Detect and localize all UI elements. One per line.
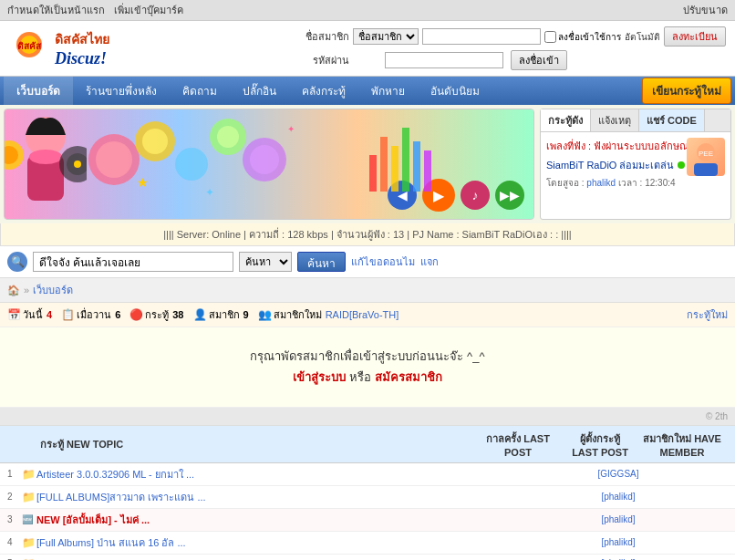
yesterday-label: เมื่อวาน [77, 306, 111, 323]
row-title[interactable]: [Full Albums] ป่าน สแนค 16 อัล ... [36, 534, 491, 551]
breadcrumb-bar: 🏠 » เว็บบอร์ด [0, 278, 735, 303]
new-member-value[interactable]: RAID[BraVo-TH] [326, 309, 399, 320]
stat-today: 📅 วันนี้ 4 [7, 306, 52, 323]
banner-area: ★ ✦ ✦ ◀ ▶ ♪ ▶▶ [4, 109, 534, 220]
logo-area: ดิสคัส ดิสคัสไทย Discuz! [9, 28, 109, 68]
radio-time: 12:30:4 [645, 178, 675, 188]
threads-label: กระทู้ [145, 306, 169, 323]
th-last-post: กาลครั้ง LAST POST [472, 429, 564, 460]
table-row: 1 📁 Artisteer 3.0.0.32906 ML - ยกมาใ ...… [0, 463, 735, 486]
search-icon: 🔍 [7, 252, 27, 272]
register-button[interactable]: ลงทะเบียน [664, 26, 726, 47]
table-header: กระทู้ NEW TOPIC กาลครั้ง LAST POST ผู้ต… [0, 426, 735, 463]
search-button[interactable]: ค้นหา [297, 252, 346, 272]
resize-link[interactable]: ปรับขนาด [683, 2, 728, 18]
reset-search-link[interactable]: แจก [420, 254, 439, 270]
new-member-label: สมาชิกใหม่ [274, 306, 322, 323]
svg-point-19 [250, 145, 279, 174]
login-link[interactable]: เข้าสู่ระบบ [293, 370, 346, 384]
new-topic-button[interactable]: เขียนกระทู้ใหม่ [642, 78, 731, 104]
svg-rect-28 [424, 150, 431, 192]
radio-widget: กระทู้ดัง แจ้งเหตุ แชร์ CODE PEE เพลงที่… [540, 109, 731, 220]
radio-tab-code[interactable]: แชร์ CODE [639, 109, 705, 131]
table-row: 4 📁 [Full Albums] ป่าน สแนค 16 อัล ... [… [0, 532, 735, 555]
folder-icon: 📁 [22, 468, 36, 481]
svg-point-5 [29, 150, 62, 164]
row-title[interactable]: NEW [อัลบั้มเต็ม] - ไมค่ ... [36, 512, 491, 528]
today-value: 4 [47, 309, 52, 320]
advanced-search-link[interactable]: แก้ไขอดอนไม [351, 254, 415, 270]
nav-item-shop[interactable]: ร้านขายพึ่งหลัง [73, 77, 170, 105]
row-title[interactable]: Artisteer 3.0.0.32906 ML - ยกมาใ ... [36, 466, 491, 482]
svg-text:✦: ✦ [205, 186, 214, 199]
svg-point-17 [217, 126, 239, 148]
row-title[interactable]: [FULL ALBUMS]สาวมาด เพราะแดน ... [36, 489, 491, 505]
row-num: 3 [7, 514, 22, 524]
set-homepage-link[interactable]: กำหนดให้เป็นหน้าแรก [7, 2, 105, 18]
radio-widget-tabs: กระทู้ดัง แจ้งเหตุ แชร์ CODE [541, 109, 730, 132]
search-scope-select[interactable]: ค้นหา หัวข้อ เนื้อหา [239, 252, 292, 272]
svg-point-14 [142, 129, 168, 154]
members-label: สมาชิก [209, 306, 240, 323]
stat-yesterday: 📋 เมื่อวาน 6 [61, 306, 120, 323]
th-topic: กระทู้ NEW TOPIC [36, 434, 472, 454]
th-author: ผู้ตั้งกระทู้ LAST POST [564, 429, 637, 460]
stat-new-member: 👥 สมาชิกใหม่ RAID[BraVo-TH] [258, 306, 399, 323]
header: ดิสคัส ดิสคัสไทย Discuz! ชื่อสมาชิก ชื่อ… [0, 21, 735, 77]
today-label: วันนี้ [23, 306, 43, 323]
row-num: 4 [7, 537, 22, 547]
copyright-text: © 2th [706, 411, 728, 421]
members-icon: 👤 [193, 308, 207, 321]
nav-item-plugin[interactable]: ปลั๊กอิน [230, 77, 289, 105]
nav-right: เขียนกระทู้ใหม่ [642, 78, 731, 104]
threads-icon: 🔴 [129, 308, 143, 321]
svg-point-15 [175, 148, 208, 181]
th-new-member: สมาชิกใหม่ HAVE MEMBER [637, 429, 728, 460]
remember-checkbox-label: ลงชื่อเข้าใช้การ [544, 30, 621, 44]
search-input[interactable] [33, 252, 233, 272]
row-author: [phalikd] [582, 537, 655, 547]
avatar: PEE [687, 138, 725, 176]
radio-tab-hot[interactable]: กระทู้ดัง [541, 109, 591, 131]
svg-rect-27 [413, 141, 420, 192]
nav-item-board[interactable]: เว็บบอร์ด [4, 77, 73, 105]
nav-item-archive[interactable]: คลังกระทู้ [289, 77, 358, 105]
new-icon: 🆕 [22, 514, 36, 524]
svg-text:★: ★ [137, 175, 149, 190]
home-icon[interactable]: 🏠 [7, 285, 20, 296]
register-link[interactable]: สมัครสมาชิก [375, 370, 442, 384]
svg-text:PEE: PEE [699, 150, 713, 158]
svg-rect-23 [369, 155, 377, 192]
radio-tab-report[interactable]: แจ้งเหตุ [591, 109, 639, 131]
login-area: ชื่อสมาชิก ชื่อสมาชิก อีเมล ลงชื่อเข้าใช… [295, 26, 726, 70]
add-bookmark-link[interactable]: เพิ่มเข้าบุ๊คมาร์ค [114, 2, 183, 18]
top-bar-left: กำหนดให้เป็นหน้าแรก เพิ่มเข้าบุ๊คมาร์ค [7, 2, 183, 18]
table-row: 5 📁 HUGO - old time religion [MF] [phali… [0, 555, 735, 560]
logo-main: ดิสคัสไทย [55, 29, 109, 49]
control-btn-3[interactable]: ♪ [461, 181, 490, 210]
login-prompt: กรุณาพัดรสมาชิกเพื่อเข้าสู่ระบบก่อนนะจ๊ะ… [18, 346, 717, 389]
nav-item-rest[interactable]: พักหาย [358, 77, 418, 105]
members-value: 9 [243, 309, 249, 320]
nav-item-popular[interactable]: อันดับนิยม [418, 77, 492, 105]
main-content: กรุณาพัดรสมาชิกเพื่อเข้าสู่ระบบก่อนนะจ๊ะ… [0, 327, 735, 408]
password-label: รหัสผ่าน [295, 52, 349, 68]
nav-item-question[interactable]: คิดถาม [170, 77, 230, 105]
table-section: กระทู้ NEW TOPIC กาลครั้ง LAST POST ผู้ต… [0, 425, 735, 560]
new-topic-link[interactable]: กระทู้ใหม่ [687, 306, 728, 323]
username-type-select[interactable]: ชื่อสมาชิก อีเมล [353, 28, 419, 45]
folder-icon: 📁 [22, 491, 36, 503]
login-row-password: รหัสผ่าน ลงชื่อเข้า [295, 50, 726, 70]
logo-icon: ดิสคัส [9, 28, 49, 68]
stat-threads: 🔴 กระทู้ 38 [129, 306, 183, 323]
login-button[interactable]: ลงชื่อเข้า [511, 50, 567, 70]
top-bar: กำหนดให้เป็นหน้าแรก เพิ่มเข้าบุ๊คมาร์ค ป… [0, 0, 735, 21]
password-input[interactable] [385, 52, 503, 68]
breadcrumb-board[interactable]: เว็บบอร์ด [33, 282, 73, 298]
nav-bar: เว็บบอร์ด ร้านขายพึ่งหลัง คิดถาม ปลั๊กอิ… [0, 77, 735, 105]
control-btn-4[interactable]: ▶▶ [495, 181, 524, 210]
username-input[interactable] [422, 28, 541, 45]
threads-value: 38 [172, 309, 183, 320]
remember-checkbox[interactable] [544, 31, 556, 43]
svg-rect-30 [694, 163, 718, 176]
